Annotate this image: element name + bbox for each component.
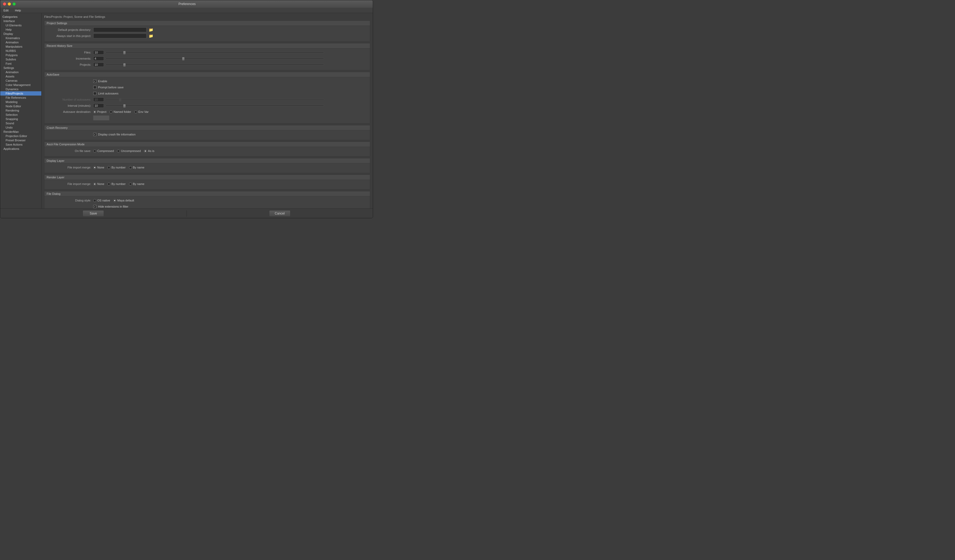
folder-btn-default-dir[interactable]: 📁 — [148, 28, 153, 32]
radio-item-project[interactable]: Project — [93, 110, 106, 113]
sidebar-item-help[interactable]: Help — [0, 27, 41, 32]
checkbox-limit[interactable] — [93, 92, 97, 95]
slider-track-projects[interactable] — [105, 64, 324, 65]
edit-menu[interactable]: Edit — [2, 9, 9, 12]
checkbox-prompt[interactable] — [93, 86, 97, 89]
radio-named[interactable] — [110, 111, 113, 113]
radio-as-is[interactable] — [144, 150, 147, 153]
sidebar-item-assets[interactable]: Assets — [0, 74, 41, 78]
radio-render-none[interactable] — [93, 183, 96, 186]
input-interval[interactable] — [93, 103, 104, 108]
sidebar-item-rendering[interactable]: Rendering — [0, 108, 41, 112]
slider-thumb-increments[interactable] — [182, 57, 185, 61]
radio-item-display-none[interactable]: None — [93, 166, 104, 169]
slider-track-increments[interactable] — [105, 58, 324, 59]
row-crash: Display crash file information — [47, 132, 368, 137]
slider-thumb-projects[interactable] — [123, 63, 126, 67]
input-increments[interactable] — [93, 56, 104, 61]
checkbox-hide-ext[interactable] — [93, 205, 97, 208]
row-num-autosaves: Number of autosaves: — [47, 97, 368, 102]
section-body-autosave: Enable Prompt before save — [44, 77, 370, 123]
help-menu[interactable]: Help — [14, 9, 22, 12]
radio-project[interactable] — [93, 111, 96, 113]
menu-bar: Edit Help — [0, 8, 373, 13]
sidebar-item-selection[interactable]: Selection — [0, 112, 41, 117]
main-content: Categories Interface UI Elements Help Di… — [0, 13, 373, 208]
sidebar-item-snapping[interactable]: Snapping — [0, 117, 41, 121]
sidebar-item-nurbs[interactable]: NURBS — [0, 49, 41, 53]
slider-track-files[interactable] — [105, 52, 324, 53]
radio-os-native[interactable] — [93, 199, 96, 202]
slider-track-interval[interactable] — [105, 105, 324, 106]
radio-render-by-number[interactable] — [107, 183, 110, 186]
sidebar-item-font[interactable]: Font — [0, 61, 41, 66]
radio-maya-default[interactable] — [113, 199, 116, 202]
slider-thumb-files[interactable] — [123, 51, 126, 55]
radio-item-compressed[interactable]: Compressed — [93, 149, 114, 153]
sidebar-item-sound[interactable]: Sound — [0, 121, 41, 125]
radio-item-env[interactable]: Env Var — [134, 110, 149, 113]
radio-display-none[interactable] — [93, 166, 96, 169]
radio-item-named[interactable]: Named folder — [110, 110, 131, 113]
sidebar-item-settings-animation[interactable]: Animation — [0, 70, 41, 74]
sidebar-item-modeling[interactable]: Modeling — [0, 100, 41, 104]
radio-label-render-by-name: By name — [133, 183, 144, 186]
sidebar-item-ui-elements[interactable]: UI Elements — [0, 23, 41, 27]
sidebar-item-file-references[interactable]: File References — [0, 95, 41, 100]
radio-render-by-name[interactable] — [129, 183, 132, 186]
section-body-project: Default projects directory: 📁 Always sta… — [44, 26, 370, 42]
section-project-settings: Project Settings Default projects direct… — [44, 20, 370, 42]
checkbox-crash[interactable] — [93, 133, 97, 136]
sidebar-item-save-actions[interactable]: Save Actions — [0, 142, 41, 147]
radio-display-by-name[interactable] — [129, 166, 132, 169]
folder-btn-always-start[interactable]: 📁 — [148, 34, 153, 38]
sidebar-item-renderman[interactable]: RenderMan — [0, 129, 41, 134]
sidebar-item-node-editor[interactable]: Node Editor — [0, 104, 41, 108]
radio-item-display-by-number[interactable]: By number — [107, 166, 125, 169]
sidebar: Categories Interface UI Elements Help Di… — [0, 13, 42, 208]
label-prompt-text: Prompt before save — [98, 86, 124, 89]
sidebar-item-dynamics[interactable]: Dynamics — [0, 87, 41, 91]
sidebar-item-animation[interactable]: Animation — [0, 40, 41, 44]
sidebar-item-manipulators[interactable]: Manipulators — [0, 44, 41, 49]
radio-display-by-number[interactable] — [107, 166, 110, 169]
radio-item-as-is[interactable]: As is — [144, 149, 154, 153]
radio-uncompressed[interactable] — [117, 150, 120, 153]
sidebar-item-applications[interactable]: Applications — [0, 147, 41, 151]
slider-thumb-interval[interactable] — [123, 104, 126, 108]
sidebar-item-color-management[interactable]: Color Management — [0, 83, 41, 87]
input-files[interactable] — [93, 50, 104, 55]
radio-item-render-by-name[interactable]: By name — [129, 183, 144, 186]
radio-compressed[interactable] — [93, 150, 96, 153]
cancel-button[interactable]: Cancel — [269, 210, 290, 217]
sidebar-item-preset-browser[interactable]: Preset Browser — [0, 138, 41, 142]
sidebar-item-kinematics[interactable]: Kinematics — [0, 36, 41, 40]
radio-label-compressed: Compressed — [97, 149, 114, 153]
radio-item-display-by-name[interactable]: By name — [129, 166, 144, 169]
radio-item-uncompressed[interactable]: Uncompressed — [117, 149, 141, 153]
input-num-autosaves[interactable] — [93, 97, 104, 102]
radio-item-render-none[interactable]: None — [93, 183, 104, 186]
radio-item-render-by-number[interactable]: By number — [107, 183, 125, 186]
radio-item-maya-default[interactable]: Maya default — [113, 199, 134, 202]
sidebar-item-undo[interactable]: Undo — [0, 125, 41, 129]
radio-env[interactable] — [134, 111, 137, 113]
sidebar-item-cameras[interactable]: Cameras — [0, 78, 41, 83]
label-display-import-merge: File import merge: — [47, 166, 93, 169]
save-button[interactable]: Save — [83, 210, 104, 217]
input-dest-path[interactable] — [93, 115, 109, 120]
sidebar-item-settings[interactable]: Settings — [0, 66, 41, 70]
sidebar-item-projection-editor[interactable]: Projection Editor — [0, 134, 41, 138]
sidebar-item-display[interactable]: Display — [0, 32, 41, 36]
radio-item-os-native[interactable]: OS native — [93, 199, 110, 202]
sidebar-item-interface[interactable]: Interface — [0, 19, 41, 23]
control-dest-path — [93, 115, 368, 120]
input-always-start[interactable] — [93, 34, 147, 38]
sidebar-item-files-projects[interactable]: Files/Projects — [0, 91, 41, 95]
checkbox-enable[interactable] — [93, 80, 97, 83]
input-default-projects-dir[interactable] — [93, 27, 147, 32]
input-projects[interactable] — [93, 62, 104, 67]
sidebar-item-subdivs[interactable]: Subdivs — [0, 57, 41, 61]
sidebar-item-polygons[interactable]: Polygons — [0, 53, 41, 57]
control-enable: Enable — [93, 80, 368, 83]
